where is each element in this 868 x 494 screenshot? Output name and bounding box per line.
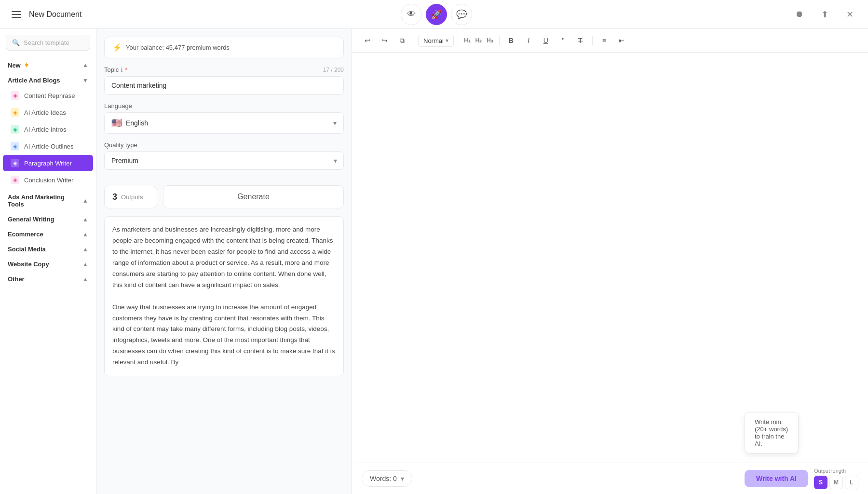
document-title: New Document bbox=[29, 10, 81, 19]
section-title-general: General Writing bbox=[8, 216, 54, 223]
language-select[interactable]: 🇺🇸 English ▾ bbox=[104, 112, 344, 134]
section-title-website: Website Copy bbox=[8, 261, 49, 268]
output-length-buttons: S M L bbox=[814, 476, 858, 489]
ecommerce-chevron-icon: ▲ bbox=[82, 231, 88, 238]
undo-button[interactable]: ↩ bbox=[360, 33, 375, 48]
chat-button[interactable]: 💬 bbox=[451, 4, 472, 25]
star-icon: ✦ bbox=[24, 61, 29, 69]
section-header-other[interactable]: Other ▲ bbox=[0, 271, 96, 286]
sidebar-item-ai-article-outlines[interactable]: ◈ AI Article Outlines bbox=[3, 138, 93, 154]
words-counter[interactable]: Words: 0 ▾ bbox=[362, 470, 412, 487]
bottom-right: Write min. (20+ words) to train the AI. … bbox=[745, 468, 858, 489]
middle-panel: ⚡ Your balance: 45,477 premium words Top… bbox=[96, 29, 352, 494]
section-title-ads: Ads And Marketing Tools bbox=[8, 193, 82, 208]
sidebar-section-other: Other ▲ bbox=[0, 271, 96, 286]
h3-button[interactable]: H₃ bbox=[485, 37, 495, 44]
h2-button[interactable]: H₂ bbox=[474, 37, 484, 44]
form-section: Topic ℹ * 17 / 200 Language 🇺🇸 English ▾ bbox=[96, 66, 352, 185]
flag-icon: 🇺🇸 bbox=[111, 118, 122, 128]
quality-row: Quality type Premium Standard Economy ▾ bbox=[104, 141, 344, 170]
paragraph-writer-icon: ◈ bbox=[11, 159, 19, 167]
content-rephrase-icon: ◈ bbox=[11, 91, 19, 100]
topic-char-count: 17 / 200 bbox=[323, 67, 344, 73]
other-chevron-icon: ▲ bbox=[82, 276, 88, 283]
language-row: Language 🇺🇸 English ▾ bbox=[104, 102, 344, 134]
size-l-button[interactable]: L bbox=[845, 476, 858, 489]
record-button[interactable]: ⏺ bbox=[791, 6, 808, 23]
topic-label: Topic ℹ * 17 / 200 bbox=[104, 66, 344, 73]
ads-chevron-icon: ▲ bbox=[82, 197, 88, 204]
sidebar-item-paragraph-writer[interactable]: ◈ Paragraph Writer bbox=[3, 155, 93, 171]
align-button[interactable]: ≡ bbox=[597, 33, 612, 48]
quality-select[interactable]: Premium Standard Economy bbox=[104, 151, 344, 170]
strikethrough-button[interactable]: T̶ bbox=[573, 33, 588, 48]
search-box[interactable]: 🔍 bbox=[6, 35, 90, 51]
sidebar-item-ai-article-ideas[interactable]: ◈ AI Article Ideas bbox=[3, 104, 93, 121]
outputs-count: 3 bbox=[112, 192, 117, 202]
topic-input[interactable] bbox=[104, 76, 344, 95]
format-chevron-icon: ▾ bbox=[446, 37, 448, 44]
toolbar-sep-1 bbox=[414, 36, 414, 45]
section-header-general[interactable]: General Writing ▲ bbox=[0, 211, 96, 226]
h1-button[interactable]: H₁ bbox=[462, 37, 473, 44]
format-dropdown[interactable]: Normal ▾ bbox=[418, 35, 454, 47]
sidebar-section-articles: Article And Blogs ▼ ◈ Content Rephrase ◈… bbox=[0, 72, 96, 189]
underline-button[interactable]: U bbox=[538, 33, 554, 48]
close-button[interactable]: ✕ bbox=[841, 6, 858, 23]
quote-button[interactable]: " bbox=[556, 33, 571, 48]
topbar-center: 👁 🚀 💬 bbox=[401, 4, 472, 25]
ai-ideas-icon: ◈ bbox=[11, 108, 19, 117]
ai-intros-icon: ◈ bbox=[11, 125, 19, 134]
language-chevron-icon: ▾ bbox=[333, 119, 337, 127]
section-header-website[interactable]: Website Copy ▲ bbox=[0, 256, 96, 271]
output-length-label: Output length bbox=[814, 468, 846, 474]
rocket-button[interactable]: 🚀 bbox=[426, 4, 447, 25]
copy-button[interactable]: ⧉ bbox=[394, 33, 410, 48]
general-chevron-icon: ▲ bbox=[82, 216, 88, 223]
write-ai-button[interactable]: Write with AI bbox=[745, 470, 808, 487]
section-header-articles[interactable]: Article And Blogs ▼ bbox=[0, 72, 96, 87]
topic-required: * bbox=[125, 66, 127, 73]
sidebar-item-conclusion-writer[interactable]: ◈ Conclusion Writer bbox=[3, 172, 93, 188]
language-label: Language bbox=[104, 102, 344, 110]
balance-text: Your balance: 45,477 premium words bbox=[126, 44, 230, 51]
section-title-social: Social Media bbox=[8, 246, 46, 253]
topic-info-icon: ℹ bbox=[121, 67, 123, 73]
write-ai-tooltip: Write min. (20+ words) to train the AI. bbox=[745, 412, 799, 453]
sidebar-section-general: General Writing ▲ bbox=[0, 211, 96, 226]
generate-button[interactable]: Generate bbox=[163, 185, 344, 208]
lightning-icon: ⚡ bbox=[112, 43, 122, 52]
sidebar-section-ads: Ads And Marketing Tools ▲ bbox=[0, 189, 96, 211]
section-title-ecommerce: Ecommerce bbox=[8, 231, 43, 238]
sidebar-item-content-rephrase[interactable]: ◈ Content Rephrase bbox=[3, 87, 93, 104]
bold-button[interactable]: B bbox=[503, 33, 519, 48]
collapse-button[interactable]: ⇤ bbox=[614, 33, 629, 48]
sidebar-section-ecommerce: Ecommerce ▲ bbox=[0, 226, 96, 241]
section-header-social[interactable]: Social Media ▲ bbox=[0, 241, 96, 256]
format-label: Normal bbox=[423, 37, 444, 44]
sidebar-section-website: Website Copy ▲ bbox=[0, 256, 96, 271]
share-button[interactable]: ⬆ bbox=[816, 6, 833, 23]
hamburger-menu[interactable] bbox=[10, 9, 23, 20]
search-input[interactable] bbox=[24, 39, 84, 46]
section-header-new[interactable]: New ✦ ▲ bbox=[0, 56, 96, 72]
topbar-left: New Document bbox=[10, 9, 81, 20]
conclusion-writer-icon: ◈ bbox=[11, 176, 19, 184]
output-paragraph-2: One way that businesses are trying to in… bbox=[112, 302, 336, 369]
social-chevron-icon: ▲ bbox=[82, 246, 88, 253]
section-title-articles: Article And Blogs bbox=[8, 77, 60, 84]
editor-area[interactable] bbox=[352, 53, 868, 463]
right-panel: ↩ ↪ ⧉ Normal ▾ H₁ H₂ H₃ B I U " T̶ ≡ ⇤ bbox=[352, 29, 868, 494]
sidebar-item-ai-article-intros[interactable]: ◈ AI Article Intros bbox=[3, 121, 93, 137]
main-layout: 🔍 New ✦ ▲ Article And Blogs ▼ ◈ bbox=[0, 29, 868, 494]
redo-button[interactable]: ↪ bbox=[377, 33, 393, 48]
section-header-ecommerce[interactable]: Ecommerce ▲ bbox=[0, 226, 96, 241]
sidebar-section-new: New ✦ ▲ bbox=[0, 56, 96, 72]
search-icon: 🔍 bbox=[12, 39, 20, 46]
size-s-button[interactable]: S bbox=[814, 476, 827, 489]
section-header-ads[interactable]: Ads And Marketing Tools ▲ bbox=[0, 189, 96, 211]
size-m-button[interactable]: M bbox=[829, 476, 843, 489]
section-title-other: Other bbox=[8, 275, 25, 283]
eye-button[interactable]: 👁 bbox=[401, 4, 422, 25]
italic-button[interactable]: I bbox=[521, 33, 536, 48]
